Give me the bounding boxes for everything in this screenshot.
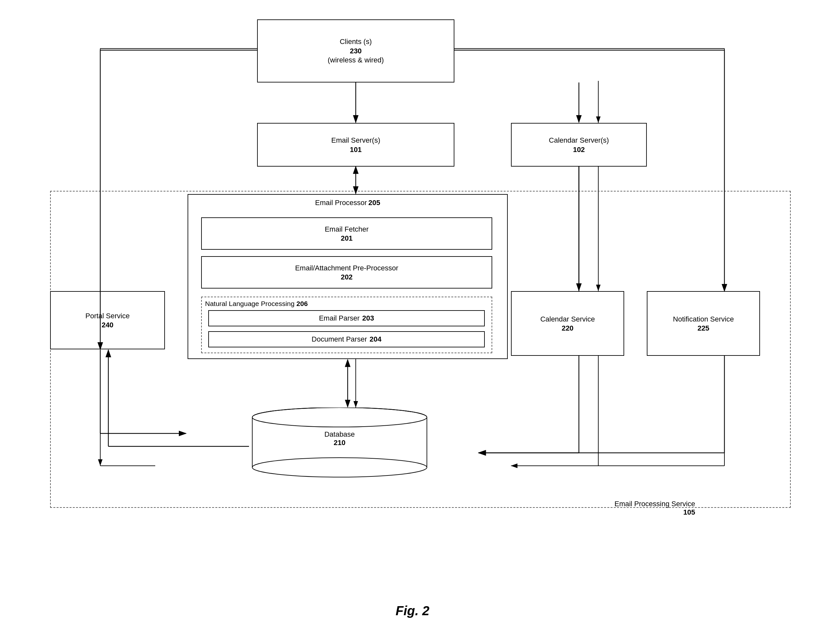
clients-sublabel: (wireless & wired): [328, 55, 384, 65]
fig-caption: Fig. 2: [0, 604, 825, 618]
notification-service-box: Notification Service 225: [647, 291, 760, 356]
calendar-server-number: 102: [573, 145, 585, 154]
clients-box: Clients (s) 230 (wireless & wired): [257, 19, 454, 82]
document-parser-box: Document Parser 204: [208, 331, 485, 347]
calendar-service-label: Calendar Service: [541, 314, 595, 324]
nlp-label: Natural Language Processing: [205, 300, 295, 307]
notification-service-label: Notification Service: [673, 314, 734, 324]
database-label: Database: [249, 430, 430, 439]
email-fetcher-number: 201: [341, 234, 353, 242]
database-number: 210: [249, 439, 430, 447]
portal-service-number: 240: [102, 321, 114, 329]
svg-point-23: [252, 458, 427, 477]
email-processor-number: 205: [368, 199, 380, 207]
email-parser-box: Email Parser 203: [208, 310, 485, 326]
email-server-box: Email Server(s) 101: [257, 123, 454, 167]
diagram: Clients (s) 230 (wireless & wired) Email…: [0, 0, 825, 644]
email-processing-service-label: Email Processing Service 105: [615, 500, 695, 517]
svg-rect-24: [253, 417, 426, 427]
clients-number: 230: [350, 47, 362, 55]
database-container: Database 210: [249, 408, 430, 479]
email-fetcher-box: Email Fetcher 201: [201, 217, 492, 250]
email-processor-box: Email Processor 205 Email Fetcher 201 Em…: [188, 194, 508, 359]
email-parser-label: Email Parser: [319, 314, 360, 323]
calendar-server-box: Calendar Server(s) 102: [511, 123, 647, 167]
email-processor-label: Email Processor: [315, 199, 367, 207]
email-server-number: 101: [350, 145, 362, 154]
notification-service-number: 225: [698, 324, 709, 332]
email-parser-number: 203: [362, 314, 374, 323]
email-fetcher-label: Email Fetcher: [325, 224, 369, 235]
clients-label: Clients (s): [340, 37, 372, 47]
calendar-service-number: 220: [562, 324, 574, 332]
nlp-dashed-box: Natural Language Processing 206 Email Pa…: [201, 297, 492, 353]
email-attachment-box: Email/Attachment Pre-Processor 202: [201, 256, 492, 289]
email-attachment-label: Email/Attachment Pre-Processor: [295, 263, 398, 273]
document-parser-number: 204: [370, 335, 382, 343]
calendar-service-box: Calendar Service 220: [511, 291, 624, 356]
calendar-server-label: Calendar Server(s): [549, 136, 609, 145]
portal-service-box: Portal Service 240: [50, 291, 165, 349]
email-server-label: Email Server(s): [331, 136, 380, 145]
document-parser-label: Document Parser: [312, 334, 367, 344]
portal-service-label: Portal Service: [85, 311, 130, 321]
email-attachment-number: 202: [341, 273, 353, 281]
